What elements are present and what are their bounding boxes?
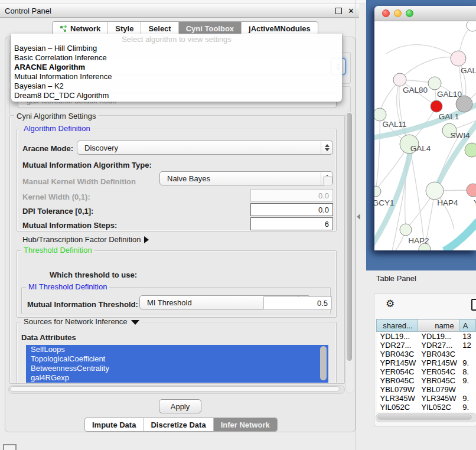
list-scrollbar[interactable] (320, 346, 327, 380)
manual-kernel-label: Manual Kernel Width Definition (22, 177, 136, 186)
apply-button[interactable]: Apply (159, 399, 201, 413)
node-label: GAL1 (439, 112, 459, 121)
close-icon[interactable]: ✕ (348, 6, 354, 15)
expanded-arrow-icon (131, 320, 139, 325)
network-canvas[interactable]: GAL8 GAL80 GAL10 GAL1 GAL11 SWI4 GAL4 GC… (374, 21, 476, 250)
table-row[interactable]: YDR27...YDR27...12 (377, 341, 476, 350)
tab-jactivemnodules[interactable]: jActiveMNodules (242, 22, 318, 35)
tab-infer-network[interactable]: Infer Network (214, 418, 277, 431)
node (428, 77, 441, 90)
list-item-selected[interactable]: gal4RGexp (26, 373, 328, 383)
table-row[interactable]: YDL19...YDL19...13 (377, 332, 476, 341)
panel-divider[interactable] (356, 0, 356, 450)
mi-steps-label: Mutual Information Steps: (22, 221, 117, 230)
node-label: Y (474, 198, 476, 207)
popup-item[interactable]: Dream8 DC_TDC Algorithm (11, 91, 342, 100)
tab-select[interactable]: Select (141, 22, 178, 35)
mi-type-combo[interactable]: Naive Bayes (159, 171, 333, 185)
node (374, 186, 381, 197)
table-row[interactable]: YER054CYER054C8. (377, 367, 476, 376)
node-label: GAL8 (461, 66, 476, 75)
mi-threshold-label: Mutual Information Threshold: (27, 300, 138, 309)
list-item-selected[interactable]: BetweennessCentrality (26, 364, 328, 373)
mi-threshold-title: MI Threshold Definition (26, 283, 109, 291)
table-row[interactable]: YIL052CYIL052C9. (377, 403, 476, 412)
popup-item[interactable]: Mutual Information Inference (11, 72, 342, 81)
divider-collapse-icon[interactable] (357, 214, 360, 220)
list-item-selected[interactable]: TopologicalCoefficient (26, 354, 328, 364)
settings-vertical-scrollbar[interactable] (345, 111, 354, 393)
node-label: GCY1 (374, 198, 394, 207)
scrollbar-thumb[interactable] (377, 415, 472, 420)
algorithm-definition-title: Algorithm Definition (21, 125, 93, 132)
partial-corner-icon[interactable] (3, 444, 17, 450)
tab-network[interactable]: Network (53, 22, 108, 35)
top-strip (0, 0, 367, 4)
table-horizontal-scrollbar[interactable] (376, 413, 476, 422)
scrollbar-thumb[interactable] (10, 386, 340, 392)
mi-type-label: Mutual Information Algorithm Type: (22, 161, 152, 169)
threshold-definition-title: Threshold Definition (21, 246, 94, 254)
popup-item[interactable]: Bayesian – K2 (11, 81, 342, 91)
popup-item[interactable]: Bayesian – Hill Climbing (11, 44, 342, 53)
minimize-traffic-light-icon[interactable] (394, 9, 402, 17)
table-header-row[interactable]: shared... name A (377, 319, 476, 332)
control-panel-titlebar: Control Panel ✕ (0, 4, 359, 18)
aracne-mode-combo[interactable]: Discovery (77, 141, 333, 155)
kernel-width-label: Kernel Width (0,1): (22, 193, 90, 201)
network-window[interactable]: GAL8 GAL80 GAL10 GAL1 GAL11 SWI4 GAL4 GC… (374, 6, 476, 250)
node (393, 73, 406, 86)
column-header: shared... (377, 319, 418, 332)
node (374, 108, 386, 121)
node-label: GAL80 (403, 86, 428, 94)
table-row[interactable]: YLR345WYLR345W9. (377, 394, 476, 403)
table-row[interactable]: YPR145WYPR145W9. (377, 358, 476, 367)
network-icon (60, 25, 67, 32)
panel-title: Control Panel (5, 6, 335, 15)
network-window-titlebar[interactable] (374, 6, 476, 21)
popup-item-highlighted[interactable]: ARACNE Algorithm (11, 63, 342, 72)
algorithm-popup: Select algorithm to view settings Bayesi… (11, 34, 343, 102)
network-edge-corner (444, 221, 476, 250)
node-label: GAL4 (410, 144, 431, 153)
aracne-mode-label: Aracne Mode: (22, 144, 73, 153)
hub-section-toggle[interactable]: Hub/Transcription Factor Definition (22, 235, 149, 244)
node-table[interactable]: shared... name A YDL19...YDL19...13 YDR2… (376, 319, 476, 412)
node (465, 143, 476, 157)
mi-steps-field[interactable]: 6 (250, 217, 333, 230)
data-attributes-list[interactable]: SelfLoops TopologicalCoefficient Between… (26, 345, 328, 383)
popup-item[interactable]: Basic Correlation Inference (11, 53, 342, 63)
mi-threshold-field[interactable]: 0.5 (263, 296, 332, 309)
table-row[interactable]: YBL079WYBL079W (377, 385, 476, 394)
list-item-selected[interactable]: SelfLoops (26, 345, 328, 354)
kernel-width-field[interactable]: 0.0 (250, 189, 333, 202)
data-attributes-label: Data Attributes (21, 333, 76, 342)
tab-cyni-toolbox[interactable]: Cyni Toolbox (179, 22, 242, 35)
app-root: Control Panel ✕ Network Style Select Cyn… (0, 0, 476, 450)
close-traffic-light-icon[interactable] (382, 9, 390, 17)
node-label: HAP2 (408, 236, 429, 245)
dpi-tolerance-field[interactable]: 0.0 (250, 203, 333, 216)
tab-discretize-data[interactable]: Discretize Data (144, 418, 213, 431)
table-row[interactable]: YBR043CYBR043C (377, 350, 476, 358)
node-label: HAP4 (437, 198, 458, 207)
tab-impute-data[interactable]: Impute Data (85, 418, 144, 431)
gear-icon[interactable]: ⚙ (386, 299, 395, 309)
zoom-traffic-light-icon[interactable] (406, 9, 413, 17)
node (467, 184, 476, 197)
column-header: name (418, 319, 459, 332)
scrollbar-thumb[interactable] (347, 113, 352, 361)
settings-horizontal-scrollbar[interactable] (8, 385, 345, 394)
tab-style[interactable]: Style (108, 22, 141, 35)
collapsed-arrow-icon (144, 236, 149, 243)
popup-placeholder: Select algorithm to view settings (11, 35, 342, 44)
node-label: SWI4 (450, 131, 470, 140)
dpi-tolerance-label: DPI Tolerance [0,1]: (22, 207, 93, 216)
node-label: GAL11 (382, 120, 406, 129)
cyni-settings-title: Cyni Algorithm Settings (14, 112, 98, 120)
document-icon[interactable] (471, 299, 476, 311)
table-row[interactable]: YBR045CYBR045C9. (377, 376, 476, 385)
sources-title[interactable]: Sources for Network Inference (21, 318, 142, 325)
float-window-icon[interactable] (335, 8, 342, 14)
manual-kernel-checkbox[interactable] (323, 176, 332, 185)
